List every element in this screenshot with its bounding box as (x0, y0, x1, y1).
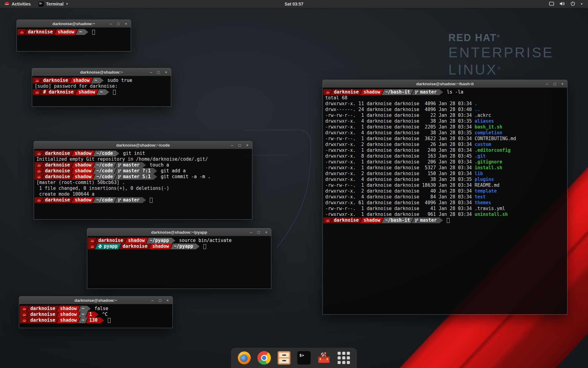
power-icon[interactable] (570, 1, 575, 7)
prompt-line: darknoiseshadow~/codemastertouch a (35, 162, 252, 168)
window-titlebar[interactable]: darknoise@shadow:~–□× (19, 297, 172, 304)
prompt-segment-host: shadow (57, 317, 80, 323)
minimize-button[interactable]: – (110, 22, 112, 26)
close-button[interactable]: × (246, 143, 248, 147)
focused-app-menu[interactable]: $> Terminal ▼ (35, 0, 72, 8)
terminal-window-home: darknoise@shadow:~–□×darknoiseshadow~ (17, 20, 131, 52)
minimize-button[interactable]: – (150, 70, 152, 74)
prompt-segment-user: darknoise (42, 168, 73, 174)
chevron-down-icon[interactable]: ▼ (580, 2, 583, 6)
prompt-segment-user: # darknoise (40, 89, 77, 95)
redhat-logo-icon (4, 2, 9, 6)
output-line: -rwxrwxr-x. 1 darknoise darknoise 961 Ja… (323, 212, 567, 217)
maximize-button[interactable]: □ (239, 143, 241, 147)
terminal-screen[interactable]: darknoiseshadow~falsedarknoiseshadow~1^C… (19, 304, 172, 328)
minimize-button[interactable]: – (231, 143, 233, 147)
dock-item-files[interactable] (277, 351, 291, 365)
prompt-line: darknoiseshadow~/codemaster S:1git commi… (35, 174, 252, 180)
window-titlebar[interactable]: darknoise@shadow:~/pyapp–□× (87, 228, 271, 236)
volume-icon[interactable] (559, 1, 565, 7)
output-line: [sudo] password for darknoise: (33, 83, 171, 89)
terminal-screen[interactable]: darknoiseshadow~ (17, 28, 131, 51)
filename: .gitignore (475, 159, 502, 165)
output-line: drwxrwxr-x. 4 darknoise darknoise 38 Jan… (323, 130, 567, 136)
rhel-wordmark: RED HAT® ENTERPRISE LINUX® (448, 32, 554, 78)
prompt-segment-user: darknoise (27, 306, 58, 312)
dock-item-toolbox[interactable] (317, 351, 331, 365)
prompt-segment-user: darknoise (27, 317, 58, 323)
output-line: -rwxrwxr-x. 1 darknoise darknoise 206 Ja… (323, 159, 567, 165)
output-line: total 68 (323, 95, 567, 101)
wordmark-line-2: ENTERPRISE (448, 44, 554, 61)
output-line: -rw-rw-r--. 1 darknoise darknoise 41 Jan… (323, 206, 567, 212)
filename: aliases (475, 118, 494, 124)
command-text: ls -la (447, 89, 463, 95)
maximize-button[interactable]: □ (554, 82, 556, 86)
chevron-down-icon: ▼ (66, 2, 69, 6)
window-titlebar[interactable]: darknoise@shadow:~–□× (17, 20, 131, 28)
filename: install.sh (475, 165, 502, 171)
close-button[interactable]: × (166, 298, 169, 302)
prompt-segment-exit-code: 130 (86, 317, 104, 323)
window-titlebar[interactable]: darknoise@shadow:~/code–□× (34, 141, 252, 149)
prompt-segment-host: shadow (57, 306, 80, 312)
output-line: drwxrwxr-x. 2 darknoise darknoise 150 Ja… (323, 171, 567, 177)
terminal-screen[interactable]: darknoiseshadow~/codegit initInitialized… (34, 149, 252, 219)
maximize-button[interactable]: □ (157, 70, 160, 74)
output-line: -rw-rw-r--. 1 darknoise darknoise 3622 J… (323, 136, 567, 142)
prompt-segment-path: ~/code (93, 162, 116, 168)
prompt-line: darknoiseshadow~1^C (20, 312, 172, 317)
window-titlebar[interactable]: darknoise@shadow:~/bash-it–□× (323, 80, 567, 88)
prompt-line: darknoiseshadow~/codemaster (35, 197, 252, 203)
prompt-segment-path: ~/code (93, 197, 116, 203)
output-line: drwxrwxr-x. 8 darknoise darknoise 163 Ja… (323, 153, 567, 159)
terminal-cursor (108, 318, 111, 323)
command-text: source bin/activate (179, 238, 232, 243)
prompt-line: # darknoiseshadow~ (33, 89, 171, 95)
prompt-line: darknoiseshadow~/codegit init (35, 151, 252, 156)
minimize-button[interactable]: – (250, 230, 252, 234)
minimize-button[interactable]: – (151, 298, 153, 302)
prompt-segment-host: shadow (149, 243, 172, 249)
command-text: git commit -a -m . (161, 174, 211, 180)
prompt-segment-git-branch: master (412, 89, 443, 95)
prompt-segment-host: shadow (360, 89, 383, 95)
minimize-button[interactable]: – (546, 82, 548, 86)
prompt-segment-virtualenv: pyapp (95, 243, 121, 249)
prompt-segment-path: ~/bash-it (382, 89, 413, 95)
display-icon[interactable] (549, 1, 554, 7)
terminal-screen[interactable]: darknoiseshadow~sudo true[sudo] password… (32, 76, 171, 106)
output-line: drwxrwxr-x. 2 darknoise darknoise 26 Jan… (323, 142, 567, 148)
prompt-segment-user: darknoise (119, 243, 151, 249)
window-title: darknoise@shadow:~/bash-it (323, 80, 567, 88)
maximize-button[interactable]: □ (159, 298, 161, 302)
prompt-segment-user: darknoise (42, 162, 73, 168)
close-button[interactable]: × (165, 70, 167, 74)
terminal-screen[interactable]: darknoiseshadow~/bash-itmasterls -latota… (323, 88, 567, 314)
dock-item-app-grid[interactable] (337, 351, 351, 365)
prompt-segment-git-branch: master (115, 162, 146, 168)
close-button[interactable]: × (561, 82, 564, 86)
activities-button[interactable]: Activities (0, 0, 35, 8)
maximize-button[interactable]: □ (117, 22, 120, 26)
prompt-segment-user: darknoise (27, 312, 58, 317)
output-line: -rwxrwxr-x. 1 darknoise darknoise 2205 J… (323, 124, 567, 130)
filename: . (475, 101, 477, 107)
prompt-segment-path: ~/code (93, 151, 119, 156)
activities-label: Activities (12, 2, 31, 6)
window-titlebar[interactable]: darknoise@shadow:~–□× (32, 68, 171, 76)
prompt-segment-path: ~/code (93, 168, 116, 174)
terminal-screen[interactable]: darknoiseshadow~/pyappsource bin/activat… (87, 236, 271, 289)
terminal-window-bash-it: darknoise@shadow:~/bash-it–□×darknoisesh… (322, 80, 567, 315)
maximize-button[interactable]: □ (258, 230, 260, 234)
close-button[interactable]: × (125, 22, 127, 26)
dock-item-firefox[interactable] (237, 351, 251, 365)
clock[interactable]: Sat 03:57 (285, 0, 303, 8)
prompt-segment-host: shadow (71, 174, 95, 180)
prompt-segment-git-branch: master (115, 197, 146, 203)
dock-item-chrome[interactable] (257, 351, 271, 365)
dock-item-terminal[interactable]: $> (297, 351, 311, 365)
command-text: git add a (161, 168, 186, 174)
close-button[interactable]: × (265, 230, 267, 234)
terminal-app-icon: $> (39, 2, 44, 7)
